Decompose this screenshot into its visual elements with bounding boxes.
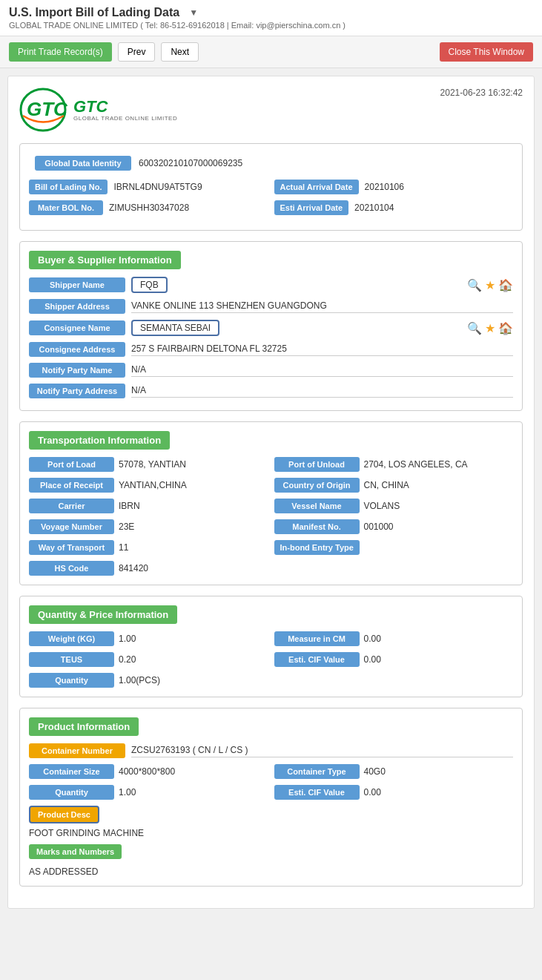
shipper-name-row: Shipper Name FQB 🔍 ★ 🏠 <box>29 277 513 293</box>
hs-code-value: 841420 <box>119 563 148 573</box>
consignee-home-icon[interactable]: 🏠 <box>498 321 513 335</box>
voyage-number-cell: Voyage Number 23E <box>29 519 268 534</box>
port-of-load-label: Port of Load <box>29 457 114 472</box>
port-of-unload-value: 2704, LOS ANGELES, CA <box>364 459 468 470</box>
transport-grid: Port of Load 57078, YANTIAN Port of Unlo… <box>29 457 513 576</box>
port-of-load-cell: Port of Load 57078, YANTIAN <box>29 457 268 472</box>
shipper-star-icon[interactable]: ★ <box>485 278 495 292</box>
voyage-number-label: Voyage Number <box>29 519 114 534</box>
buyer-supplier-header: Buyer & Supplier Information <box>29 251 181 269</box>
esti-cif-value: 0.00 <box>364 654 381 665</box>
container-number-label: Container Number <box>29 743 125 758</box>
teus-label: TEUS <box>29 652 114 667</box>
product-esti-cif-label: Esti. CIF Value <box>274 785 360 800</box>
global-identity-value: 600320210107000069235 <box>139 158 242 168</box>
manifest-no-value: 001000 <box>364 522 394 532</box>
marks-numbers-row: Marks and Numbers AS ADDRESSED <box>29 844 513 877</box>
teus-value: 0.20 <box>119 654 136 665</box>
marks-numbers-value: AS ADDRESSED <box>29 866 513 877</box>
quantity-price-section: Quantity & Price Information Weight (KG)… <box>19 596 523 697</box>
in-bond-entry-label: In-bond Entry Type <box>274 540 360 555</box>
mater-bol-label: Mater BOL No. <box>29 200 103 215</box>
notify-party-address-value: N/A <box>131 385 513 398</box>
manifest-no-cell: Manifest No. 001000 <box>274 519 514 534</box>
shipper-icons: 🔍 ★ 🏠 <box>467 278 513 292</box>
measure-value: 0.00 <box>364 634 381 644</box>
carrier-cell: Carrier IBRN <box>29 499 268 513</box>
place-of-receipt-value: YANTIAN,CHINA <box>119 480 187 490</box>
vessel-name-label: Vessel Name <box>274 499 360 513</box>
shipper-search-icon[interactable]: 🔍 <box>467 278 482 292</box>
mater-bol-cell: Mater BOL No. ZIMUSHH30347028 <box>29 200 268 215</box>
timestamp: 2021-06-23 16:32:42 <box>440 88 523 98</box>
weight-cell: Weight (KG) 1.00 <box>29 631 268 646</box>
close-button[interactable]: Close This Window <box>440 42 533 62</box>
measure-label: Measure in CM <box>274 631 360 646</box>
weight-label: Weight (KG) <box>29 631 114 646</box>
prev-button[interactable]: Prev <box>118 42 156 62</box>
bill-of-lading-section: Global Data Identity 6003202101070000692… <box>19 143 523 231</box>
transportation-section: Transportation Information Port of Load … <box>19 421 523 585</box>
in-bond-entry-cell: In-bond Entry Type <box>274 540 514 555</box>
container-type-label: Container Type <box>274 764 360 779</box>
notify-party-name-value: N/A <box>131 364 513 377</box>
mater-bol-value: ZIMUSHH30347028 <box>109 203 189 213</box>
consignee-icons: 🔍 ★ 🏠 <box>467 321 513 335</box>
document-header: GTC GTC GLOBAL TRADE ONLINE LIMITED 2021… <box>19 88 523 132</box>
page-subtitle: GLOBAL TRADE ONLINE LIMITED ( Tel: 86-51… <box>9 21 533 30</box>
country-of-origin-value: CN, CHINA <box>364 480 409 490</box>
esti-cif-cell: Esti. CIF Value 0.00 <box>274 652 514 667</box>
consignee-name-row: Consignee Name SEMANTA SEBAI 🔍 ★ 🏠 <box>29 320 513 336</box>
main-content: GTC GTC GLOBAL TRADE ONLINE LIMITED 2021… <box>7 76 535 909</box>
shipper-address-value: VANKE ONLINE 113 SHENZHEN GUANGDONG <box>131 300 513 313</box>
container-size-label: Container Size <box>29 764 114 779</box>
teus-cell: TEUS 0.20 <box>29 652 268 667</box>
marks-numbers-button[interactable]: Marks and Numbers <box>29 844 122 859</box>
way-of-transport-value: 11 <box>119 542 128 553</box>
consignee-name-label: Consignee Name <box>29 320 125 335</box>
way-of-transport-cell: Way of Transport 11 <box>29 540 268 555</box>
consignee-address-row: Consignee Address 257 S FAIRBAIRN DELTON… <box>29 342 513 357</box>
manifest-no-label: Manifest No. <box>274 519 360 534</box>
notify-party-address-row: Notify Party Address N/A <box>29 384 513 398</box>
qty-label: Quantity <box>29 673 114 688</box>
esti-arrival-value: 20210104 <box>354 203 394 213</box>
logo-icon: GTC <box>19 88 67 132</box>
logo-main-text: GTC <box>73 99 177 115</box>
shipper-name-label: Shipper Name <box>29 277 125 292</box>
product-desc-button[interactable]: Product Desc <box>29 806 99 823</box>
title-dropdown-icon[interactable]: ▼ <box>189 7 198 18</box>
esti-arrival-label: Esti Arrival Date <box>274 200 349 215</box>
next-button[interactable]: Next <box>161 42 199 62</box>
product-information-section: Product Information Container Number ZCS… <box>19 708 523 887</box>
way-of-transport-label: Way of Transport <box>29 540 114 555</box>
print-button[interactable]: Print Trade Record(s) <box>9 42 112 62</box>
quantity-price-grid: Weight (KG) 1.00 Measure in CM 0.00 TEUS… <box>29 631 513 688</box>
port-of-unload-label: Port of Unload <box>274 457 360 472</box>
country-of-origin-label: Country of Origin <box>274 478 360 493</box>
logo-tagline: GLOBAL TRADE ONLINE LIMITED <box>73 115 177 122</box>
actual-arrival-cell: Actual Arrival Date 20210106 <box>274 180 514 194</box>
container-size-cell: Container Size 4000*800*800 <box>29 764 268 779</box>
consignee-search-icon[interactable]: 🔍 <box>467 321 482 335</box>
hs-code-cell: HS Code 841420 <box>29 561 513 576</box>
actual-arrival-label: Actual Arrival Date <box>274 180 359 194</box>
product-qty-label: Quantity <box>29 785 114 800</box>
product-qty-value: 1.00 <box>119 787 136 798</box>
notify-party-name-row: Notify Party Name N/A <box>29 363 513 378</box>
quantity-price-header: Quantity & Price Information <box>29 605 177 624</box>
bol-grid: Bill of Lading No. IBRNL4DNU9AT5TG9 Actu… <box>29 180 513 215</box>
consignee-address-label: Consignee Address <box>29 342 125 357</box>
shipper-home-icon[interactable]: 🏠 <box>498 278 513 292</box>
logo-text-area: GTC GLOBAL TRADE ONLINE LIMITED <box>73 99 177 122</box>
container-number-value: ZCSU2763193 ( CN / L / CS ) <box>131 745 513 757</box>
shipper-address-label: Shipper Address <box>29 299 125 314</box>
consignee-name-value: SEMANTA SEBAI <box>131 320 219 336</box>
vessel-name-cell: Vessel Name VOLANS <box>274 499 514 513</box>
country-of-origin-cell: Country of Origin CN, CHINA <box>274 478 514 493</box>
qty-cell: Quantity 1.00(PCS) <box>29 673 513 688</box>
bol-no-cell: Bill of Lading No. IBRNL4DNU9AT5TG9 <box>29 180 268 194</box>
global-identity-row: Global Data Identity 6003202101070000692… <box>29 153 513 174</box>
shipper-address-row: Shipper Address VANKE ONLINE 113 SHENZHE… <box>29 299 513 314</box>
consignee-star-icon[interactable]: ★ <box>485 321 495 335</box>
